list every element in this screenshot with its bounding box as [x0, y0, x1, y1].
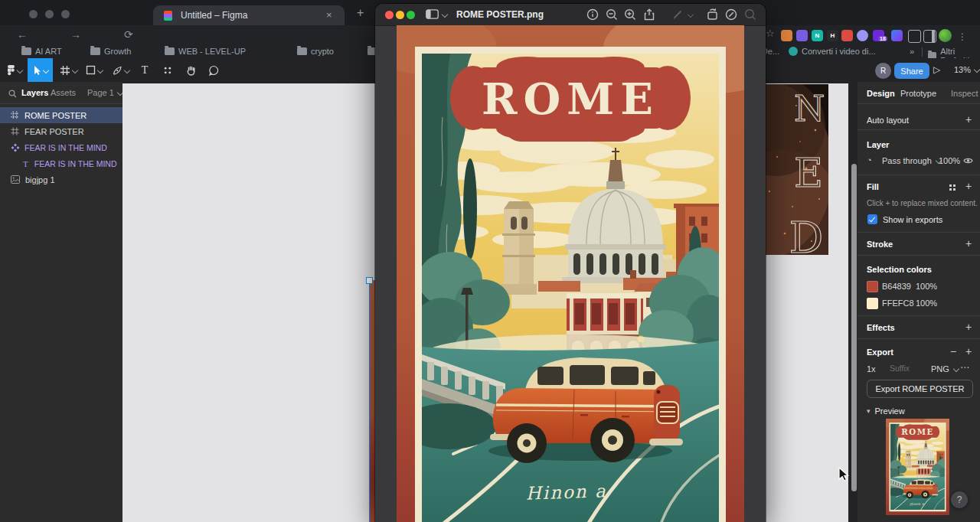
- annotate-icon[interactable]: [724, 8, 738, 21]
- frame-tool[interactable]: [55, 58, 81, 82]
- pen-tool[interactable]: [107, 58, 133, 82]
- figma-main-menu[interactable]: [3, 58, 26, 82]
- preview-window[interactable]: ROME POSTER.png: [375, 4, 766, 522]
- browser-tab[interactable]: Untitled – Figma ×: [153, 5, 345, 25]
- blend-mode-select[interactable]: Pass through: [882, 156, 941, 165]
- poster-signature: Hinon a: [525, 481, 607, 504]
- tab-close-icon[interactable]: ×: [326, 9, 332, 21]
- selection-handle[interactable]: [366, 277, 373, 284]
- layer-opacity[interactable]: 100%: [939, 156, 960, 165]
- resources-tool[interactable]: [156, 58, 179, 82]
- bookmark-star-icon[interactable]: ☆: [766, 28, 775, 39]
- forward-icon[interactable]: →: [70, 28, 81, 41]
- move-tool[interactable]: [28, 58, 53, 82]
- export-scale[interactable]: 1x: [867, 364, 876, 374]
- export-suffix-input[interactable]: [888, 363, 925, 374]
- preview-close-button[interactable]: [385, 11, 394, 19]
- bookmark-growth[interactable]: Growth: [90, 47, 131, 56]
- color-hex-red[interactable]: B64839: [882, 282, 911, 291]
- help-button[interactable]: ?: [951, 491, 968, 508]
- markup-pen-icon[interactable]: [671, 8, 684, 21]
- text-tool[interactable]: T: [133, 58, 156, 82]
- component-icon: [11, 143, 20, 152]
- new-tab-button[interactable]: +: [357, 6, 364, 20]
- tab-design[interactable]: Design: [867, 89, 895, 98]
- hand-tool[interactable]: [179, 58, 202, 82]
- extension-icon-key[interactable]: [841, 30, 853, 41]
- layer-row-bigjpg[interactable]: bigjpg 1: [0, 171, 122, 188]
- preview-section-toggle[interactable]: ▾ Preview: [867, 406, 905, 416]
- extension-icon-gradient[interactable]: [891, 30, 903, 41]
- show-in-exports-checkbox[interactable]: [867, 214, 877, 224]
- share-icon[interactable]: [642, 8, 656, 21]
- export-format-select[interactable]: PNG: [931, 364, 959, 374]
- preview-sidebar-toggle[interactable]: [426, 9, 447, 19]
- color-opacity-red[interactable]: 100%: [916, 282, 937, 291]
- extension-icon-dark[interactable]: H: [827, 30, 838, 41]
- extension-icon-badged[interactable]: 18: [873, 30, 884, 41]
- figma-favicon: [164, 11, 172, 21]
- window-close-button[interactable]: [29, 10, 38, 18]
- extension-icon-lavender[interactable]: [857, 30, 868, 41]
- bookmark-converti-video[interactable]: Converti i video di...: [789, 47, 876, 56]
- tab-assets[interactable]: Assets: [51, 88, 76, 97]
- export-add-icon[interactable]: +: [965, 346, 972, 357]
- frame-icon: [60, 65, 70, 76]
- preview-titlebar[interactable]: ROME POSTER.png: [375, 4, 766, 26]
- blend-mode-icon[interactable]: ◔: [867, 155, 872, 165]
- rotate-icon[interactable]: [706, 8, 720, 21]
- layer-row-component[interactable]: FEAR IS IN THE MIND: [0, 139, 122, 155]
- zoom-in-icon[interactable]: [623, 8, 637, 21]
- export-more-icon[interactable]: ⋯: [960, 362, 969, 373]
- layer-row-text-child[interactable]: T FEAR IS IN THE MIND: [0, 155, 122, 171]
- fill-add-icon[interactable]: +: [965, 181, 972, 191]
- info-icon[interactable]: [586, 8, 599, 21]
- tab-layers[interactable]: Layers: [21, 88, 48, 97]
- canvas-scrollbar[interactable]: [851, 164, 857, 491]
- preview-minimize-button[interactable]: [396, 11, 404, 19]
- color-swatch-red[interactable]: [867, 281, 878, 292]
- zoom-menu[interactable]: 13%: [954, 65, 979, 74]
- export-rome-poster-button[interactable]: Export ROME POSTER: [867, 380, 973, 398]
- search-icon[interactable]: [743, 8, 757, 21]
- bookmark-ai-art[interactable]: AI ART: [21, 47, 62, 56]
- eye-icon[interactable]: [963, 157, 973, 165]
- zoom-out-icon[interactable]: [605, 8, 619, 21]
- stroke-add-icon[interactable]: +: [965, 238, 972, 249]
- tab-inspect[interactable]: Inspect: [951, 89, 978, 98]
- extension-icon-teal[interactable]: N: [812, 30, 823, 41]
- preview-zoom-button[interactable]: [407, 11, 415, 19]
- extension-icon-orange[interactable]: [781, 30, 792, 41]
- color-hex-cream[interactable]: FFEFC8: [882, 299, 914, 308]
- reload-icon[interactable]: ⟳: [124, 28, 133, 41]
- fill-styles-icon[interactable]: [949, 184, 952, 187]
- bookmarks-overflow-icon[interactable]: »: [910, 47, 914, 56]
- window-zoom-button[interactable]: [61, 10, 70, 18]
- back-icon[interactable]: ←: [17, 28, 28, 41]
- avatar[interactable]: R: [875, 63, 891, 79]
- effects-add-icon[interactable]: +: [965, 321, 972, 332]
- layer-row-rome-poster[interactable]: ROME POSTER: [0, 107, 122, 123]
- present-icon[interactable]: ▷: [933, 64, 940, 75]
- share-button[interactable]: Share: [894, 63, 929, 79]
- shape-tool[interactable]: [81, 58, 107, 82]
- window-minimize-button[interactable]: [45, 10, 54, 18]
- tab-prototype[interactable]: Prototype: [900, 89, 936, 98]
- color-opacity-cream[interactable]: 100%: [916, 299, 937, 308]
- browser-menu-icon[interactable]: ⋮: [958, 31, 967, 42]
- side-panel-icon[interactable]: [923, 30, 936, 43]
- chevron-down-icon: [123, 67, 129, 73]
- bookmark-crypto[interactable]: crypto: [297, 47, 334, 56]
- pen-icon: [112, 65, 122, 76]
- search-icon[interactable]: [8, 90, 17, 98]
- export-remove-icon[interactable]: −: [950, 346, 956, 357]
- browser-profile-avatar[interactable]: [939, 29, 952, 42]
- color-swatch-cream[interactable]: [867, 298, 878, 309]
- extensions-puzzle-icon[interactable]: [908, 30, 921, 43]
- page-selector[interactable]: Page 1: [87, 88, 122, 97]
- layer-row-fear-poster[interactable]: FEAR POSTER: [0, 123, 122, 139]
- bookmark-web-level-up[interactable]: WEB - LEVEL-UP: [165, 47, 246, 56]
- comment-tool[interactable]: [202, 58, 225, 82]
- auto-layout-add-icon[interactable]: +: [965, 114, 972, 125]
- extension-icon-purple[interactable]: [796, 30, 808, 41]
